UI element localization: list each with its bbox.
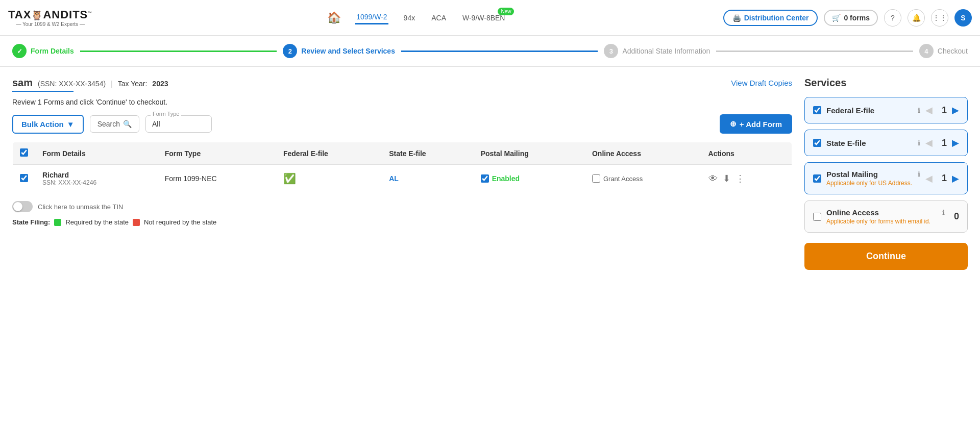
federal-efile-left-arrow[interactable]: ◀ xyxy=(925,105,933,116)
state-efile-link[interactable]: AL xyxy=(389,174,399,183)
continue-button[interactable]: Continue xyxy=(804,243,968,270)
service-state-efile: State E-file ℹ ◀ 1 ▶ xyxy=(804,130,968,156)
step-2-circle: 2 xyxy=(283,44,297,58)
nav-item-1099w2[interactable]: 1099/W-2 xyxy=(355,11,388,24)
state-efile-info-icon[interactable]: ℹ xyxy=(918,139,920,147)
logo-tax: TAX xyxy=(8,8,31,21)
search-button[interactable]: Search 🔍 xyxy=(90,115,139,133)
bulk-action-label: Bulk Action xyxy=(21,120,64,129)
new-badge: New xyxy=(498,8,514,15)
state-efile-name: State E-file xyxy=(826,139,916,147)
form-type-select[interactable]: All 1099-NEC 1099-MISC W-2 xyxy=(145,115,212,133)
form-type-dropdown[interactable]: Form Type All 1099-NEC 1099-MISC W-2 xyxy=(145,115,212,133)
state-efile-checkbox[interactable] xyxy=(813,139,821,147)
add-icon: ⊕ xyxy=(730,119,737,129)
row-checkbox[interactable] xyxy=(20,174,28,182)
nav-item-aca[interactable]: ACA xyxy=(430,12,447,24)
step-1: ✓ Form Details xyxy=(12,44,74,58)
help-button[interactable]: ? xyxy=(884,9,901,27)
row-actions-cell: 👁 ⬇ ⋮ xyxy=(708,173,785,184)
step-4: 4 Checkout xyxy=(919,44,968,58)
postal-mailing-count: 1 xyxy=(942,173,947,184)
col-postal-mailing: Postal Mailing xyxy=(474,142,585,165)
user-header-row: sam (SSN: XXX-XX-3454) | Tax Year: 2023 … xyxy=(12,77,792,89)
grid-menu-button[interactable]: ⋮⋮ xyxy=(931,9,948,27)
add-form-label: + Add Form xyxy=(740,120,782,129)
toolbar: Bulk Action ▼ Search 🔍 Form Type All 109… xyxy=(12,114,792,134)
postal-enabled-status: Enabled xyxy=(481,174,578,183)
service-postal-mailing: Postal Mailing ℹ Applicable only for US … xyxy=(804,162,968,194)
step-line-2-3 xyxy=(401,51,598,52)
postal-mailing-left-arrow[interactable]: ◀ xyxy=(925,173,933,184)
chevron-down-icon: ▼ xyxy=(67,120,75,129)
postal-mailing-right-arrow[interactable]: ▶ xyxy=(952,173,959,184)
row-form-type: Form 1099-NEC xyxy=(158,165,276,193)
postal-mailing-checkbox[interactable] xyxy=(813,174,821,183)
state-filing-legend: State Filing: Required by the state Not … xyxy=(12,218,792,226)
dist-center-label: Distribution Center xyxy=(744,14,809,22)
add-form-button[interactable]: ⊕ + Add Form xyxy=(720,114,792,134)
header-right: 🖨️ Distribution Center 🛒 0 forms ? 🔔 ⋮⋮ … xyxy=(723,9,972,27)
nav-item-w9w8ben[interactable]: New W-9/W-8BEN xyxy=(461,12,506,24)
row-recipient-name: Richard xyxy=(42,171,151,179)
logo: TAX🦉ANDITS™ — Your 1099 & W2 Experts — xyxy=(8,8,110,27)
table-row: Richard SSN: XXX-XX-4246 Form 1099-NEC ✅… xyxy=(13,165,792,193)
postal-mailing-name: Postal Mailing xyxy=(826,170,916,179)
postal-checkbox[interactable] xyxy=(481,174,489,183)
state-efile-left-arrow[interactable]: ◀ xyxy=(925,137,933,148)
federal-efile-right-arrow[interactable]: ▶ xyxy=(952,105,959,116)
home-icon[interactable]: 🏠 xyxy=(327,11,341,24)
step-4-circle: 4 xyxy=(919,44,934,58)
tin-toggle-row: Click here to unmask the TIN xyxy=(12,201,792,212)
printer-icon: 🖨️ xyxy=(732,14,741,22)
federal-efile-info-icon[interactable]: ℹ xyxy=(918,107,920,114)
postal-mailing-info-icon[interactable]: ℹ xyxy=(918,170,920,178)
user-name: sam xyxy=(12,77,33,89)
row-postal-mailing: Enabled xyxy=(474,165,585,193)
logo-andits: ANDITS xyxy=(43,8,88,21)
legend-green-dot xyxy=(54,219,61,226)
state-efile-right-arrow[interactable]: ▶ xyxy=(952,137,959,148)
distribution-center-button[interactable]: 🖨️ Distribution Center xyxy=(723,10,818,26)
user-avatar[interactable]: S xyxy=(954,9,972,27)
row-checkbox-cell xyxy=(13,165,36,193)
row-online-access: Grant Access xyxy=(585,165,701,193)
download-icon[interactable]: ⬇ xyxy=(723,173,730,184)
step-3: 3 Additional State Information xyxy=(604,44,710,58)
row-federal-efile: ✅ xyxy=(276,165,382,193)
online-access-info-icon[interactable]: ℹ xyxy=(942,209,945,216)
grant-access-control: Grant Access xyxy=(592,174,694,183)
grant-access-checkbox[interactable] xyxy=(592,174,600,183)
more-options-icon[interactable]: ⋮ xyxy=(736,173,745,184)
postal-mailing-note: Applicable only for US Address. xyxy=(826,180,920,187)
forms-table: Form Details Form Type Federal E-file St… xyxy=(12,142,792,193)
row-actions: 👁 ⬇ ⋮ xyxy=(701,165,792,193)
bulk-action-button[interactable]: Bulk Action ▼ xyxy=(12,115,84,134)
col-actions: Actions xyxy=(701,142,792,165)
select-all-checkbox[interactable] xyxy=(20,148,28,157)
col-online-access: Online Access xyxy=(585,142,701,165)
step-3-label: Additional State Information xyxy=(622,47,710,55)
view-icon[interactable]: 👁 xyxy=(708,173,718,184)
online-access-checkbox[interactable] xyxy=(813,213,821,221)
notifications-button[interactable]: 🔔 xyxy=(908,9,925,27)
col-federal-efile: Federal E-file xyxy=(276,142,382,165)
search-icon: 🔍 xyxy=(123,120,132,128)
service-federal-efile: Federal E-file ℹ ◀ 1 ▶ xyxy=(804,97,968,123)
cart-button[interactable]: 🛒 0 forms xyxy=(824,10,878,26)
toggle-knob xyxy=(13,202,22,211)
logo-owl-icon: 🦉 xyxy=(31,10,43,20)
nav-item-94x[interactable]: 94x xyxy=(403,12,416,24)
federal-efile-checkbox[interactable] xyxy=(813,106,821,114)
state-filing-title: State Filing: xyxy=(12,218,50,226)
legend-not-required-label: Not required by the state xyxy=(144,218,216,226)
federal-efile-count: 1 xyxy=(942,105,947,116)
online-access-name: Online Access xyxy=(826,208,940,217)
tin-toggle[interactable] xyxy=(12,201,33,212)
grant-access-label: Grant Access xyxy=(603,175,643,183)
cart-count: 0 forms xyxy=(844,14,870,22)
content-area: sam (SSN: XXX-XX-3454) | Tax Year: 2023 … xyxy=(12,77,792,270)
user-ssn: (SSN: XXX-XX-3454) xyxy=(38,80,106,88)
view-draft-link[interactable]: View Draft Copies xyxy=(731,79,792,87)
step-1-label: Form Details xyxy=(31,47,74,55)
